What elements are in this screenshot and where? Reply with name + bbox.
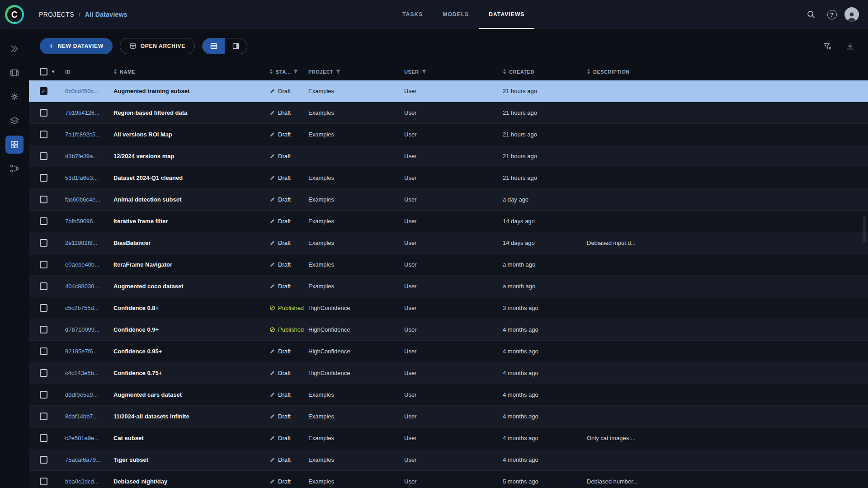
row-checkbox[interactable]: [40, 304, 47, 312]
row-id[interactable]: fac60b6c4e...: [65, 196, 113, 203]
new-dataview-button[interactable]: + NEW DATAVIEW: [40, 38, 113, 54]
sort-icon[interactable]: [503, 69, 506, 74]
select-all-checkbox[interactable]: [40, 68, 47, 75]
scrollbar-thumb[interactable]: [863, 216, 866, 242]
column-header-description[interactable]: DESCRIPTION: [587, 69, 868, 75]
table-row[interactable]: 53d1fa6e3... Dataset 2024-Q1 cleaned Dra…: [29, 167, 868, 189]
row-checkbox[interactable]: [40, 413, 47, 420]
sidebar-item-dataviews[interactable]: [5, 136, 24, 154]
row-id[interactable]: e0aebe40b...: [65, 261, 113, 268]
table-row[interactable]: 2e11982f9... BiasBalancer Draft Examples…: [29, 232, 868, 254]
row-status: Draft: [269, 196, 308, 203]
table-row[interactable]: d7b710099... Confidence 0.9+ Published H…: [29, 319, 868, 341]
sidebar-item-frames[interactable]: [5, 64, 24, 82]
table-row[interactable]: 7bfb59096... Iterative frame filter Draf…: [29, 211, 868, 232]
column-header-name[interactable]: NAME: [113, 69, 269, 75]
app-logo[interactable]: C: [0, 5, 29, 24]
table-row[interactable]: 8daf14bb7... 11/2024-all datasets infini…: [29, 406, 868, 427]
sort-icon[interactable]: [587, 69, 590, 74]
split-view-button[interactable]: [225, 38, 247, 54]
breadcrumb-projects[interactable]: PROJECTS: [39, 11, 74, 18]
tab-dataviews[interactable]: DATAVIEWS: [479, 0, 534, 29]
table-view-button[interactable]: [203, 38, 225, 54]
row-id[interactable]: 8daf14bb7...: [65, 413, 113, 420]
row-id[interactable]: 92195e7f6...: [65, 348, 113, 355]
row-checkbox[interactable]: [40, 456, 47, 464]
table-row[interactable]: 92195e7f6... Confidence 0.95+ Draft High…: [29, 341, 868, 362]
sidebar-item-datasets[interactable]: [5, 112, 24, 130]
row-checkbox[interactable]: [40, 217, 47, 225]
table-row[interactable]: fac60b6c4e... Animal detection subset Dr…: [29, 189, 868, 211]
user-avatar[interactable]: [844, 7, 859, 22]
filter-icon[interactable]: [293, 70, 298, 74]
row-checkbox[interactable]: [40, 282, 47, 290]
row-checkbox[interactable]: [40, 391, 47, 399]
row-checkbox[interactable]: [40, 326, 47, 333]
row-checkbox[interactable]: [40, 109, 47, 117]
select-dropdown-caret-icon[interactable]: ▾: [52, 69, 55, 75]
table-row[interactable]: c5c2b755d... Confidence 0.8+ Published H…: [29, 297, 868, 319]
row-checkbox[interactable]: [40, 196, 47, 203]
row-id[interactable]: c5c2b755d...: [65, 305, 113, 311]
filter-icon[interactable]: [336, 70, 340, 74]
draft-pencil-icon: [269, 88, 275, 94]
row-id[interactable]: 7a1fc892c5...: [65, 131, 113, 138]
sidebar-item-workers[interactable]: [5, 88, 24, 106]
row-id[interactable]: bba0c2dcd...: [65, 478, 113, 485]
table-row[interactable]: dddf9e5a9... Augmented cars dataset Draf…: [29, 384, 868, 406]
column-header-id[interactable]: ID: [65, 69, 113, 75]
row-id[interactable]: 0c0cd450c...: [65, 88, 113, 94]
column-header-created[interactable]: CREATED: [503, 69, 587, 75]
row-name: Animal detection subset: [113, 196, 269, 203]
row-project: Examples: [308, 456, 404, 463]
row-project: Examples: [308, 174, 404, 181]
help-button[interactable]: ?: [824, 6, 840, 23]
table-row[interactable]: 75acaf6a79... Tiger subset Draft Example…: [29, 449, 868, 471]
row-id[interactable]: 2e11982f9...: [65, 239, 113, 246]
row-id[interactable]: 53d1fa6e3...: [65, 174, 113, 181]
column-header-project[interactable]: PROJECT: [308, 69, 404, 75]
column-header-user[interactable]: USER: [404, 69, 503, 75]
row-checkbox[interactable]: [40, 131, 47, 138]
table-row[interactable]: 404c88030... Augmented coco dataset Draf…: [29, 276, 868, 297]
search-button[interactable]: [803, 6, 819, 23]
row-checkbox[interactable]: [40, 478, 47, 485]
table-row[interactable]: d3b7fe39a... 12/2024 versions map Draft …: [29, 145, 868, 167]
table-row[interactable]: 7b19b4126... Region-based filtered data …: [29, 102, 868, 124]
open-archive-button[interactable]: OPEN ARCHIVE: [120, 38, 195, 54]
table-row[interactable]: 7a1fc892c5... All versions ROI Map Draft…: [29, 124, 868, 145]
row-checkbox[interactable]: [40, 347, 47, 355]
row-id[interactable]: c2e581a9e...: [65, 435, 113, 441]
row-id[interactable]: dddf9e5a9...: [65, 391, 113, 398]
row-checkbox[interactable]: [40, 239, 47, 247]
filter-icon[interactable]: [422, 70, 426, 74]
download-button[interactable]: [842, 38, 858, 54]
sidebar-item-projects[interactable]: [5, 40, 24, 58]
row-id[interactable]: 7bfb59096...: [65, 218, 113, 225]
clear-filters-button[interactable]: [819, 38, 835, 54]
table-row[interactable]: c2e581a9e... Cat subset Draft Examples U…: [29, 427, 868, 449]
tab-tasks[interactable]: TASKS: [392, 0, 433, 29]
row-checkbox[interactable]: [40, 152, 47, 160]
table-row[interactable]: e0aebe40b... IteraFrame Navigator Draft …: [29, 254, 868, 276]
row-id[interactable]: d7b710099...: [65, 326, 113, 333]
row-id[interactable]: c4c143e5b...: [65, 370, 113, 376]
row-checkbox[interactable]: [40, 369, 47, 377]
row-id[interactable]: 7b19b4126...: [65, 109, 113, 116]
row-user: User: [404, 218, 503, 225]
row-checkbox[interactable]: [40, 261, 47, 268]
row-checkbox[interactable]: ✓: [40, 87, 47, 95]
table-row[interactable]: c4c143e5b... Confidence 0.75+ Draft High…: [29, 362, 868, 384]
sort-icon[interactable]: [269, 69, 273, 74]
column-header-status[interactable]: STA...: [269, 69, 308, 75]
row-checkbox[interactable]: [40, 434, 47, 442]
row-id[interactable]: 75acaf6a79...: [65, 456, 113, 463]
table-row[interactable]: ✓ 0c0cd450c... Augmented training subset…: [29, 80, 868, 102]
table-row[interactable]: bba0c2dcd... Debiased night/day Draft Ex…: [29, 471, 868, 488]
sidebar-item-pipelines[interactable]: [5, 160, 24, 178]
tab-models[interactable]: MODELS: [433, 0, 479, 29]
row-id[interactable]: 404c88030...: [65, 283, 113, 290]
sort-icon[interactable]: [113, 69, 117, 74]
row-checkbox[interactable]: [40, 174, 47, 182]
row-id[interactable]: d3b7fe39a...: [65, 153, 113, 160]
